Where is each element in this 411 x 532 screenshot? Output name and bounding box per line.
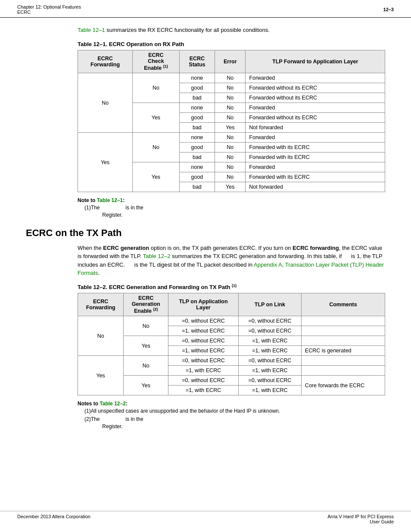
- check-yes-1: Yes: [133, 103, 179, 133]
- table1-header-status: ECRCStatus: [179, 50, 215, 73]
- page-footer: December 2013 Altera Corporation Arria V…: [0, 511, 411, 524]
- table1-header-tlp: TLP Forward to Application Layer: [246, 50, 385, 73]
- header-page-number: 12–3: [383, 7, 394, 12]
- table1-caption: Table 12–1. ECRC Operation on RX Path: [78, 41, 385, 47]
- note-item-1: (1) All unspecified cases are unsupporte…: [78, 408, 385, 415]
- table2-header-forwarding: ECRCForwarding: [78, 293, 124, 316]
- forwarding-no: No: [78, 73, 133, 133]
- table2-header-comments: Comments: [301, 293, 385, 316]
- t2-forwarding-yes: Yes: [78, 356, 124, 395]
- table1-header-check: ECRCCheckEnable (1): [133, 50, 179, 73]
- footer-document-info: Arria V Hard IP for PCI Express User Gui…: [327, 514, 394, 524]
- table2-header-link: TLP on Link: [238, 293, 301, 316]
- section-heading: ECRC on the TX Path: [26, 227, 385, 239]
- table-row: No No none No Forwarded: [78, 73, 385, 83]
- forwarding-yes: Yes: [78, 133, 133, 192]
- page: Chapter 12: Optional Features ECRC 12–3 …: [0, 0, 411, 532]
- footer-date-company: December 2013 Altera Corporation: [17, 514, 90, 524]
- table1-notes: Note to Table 12–1: (1) The is in the Re…: [78, 197, 385, 219]
- note-item: (1) The is in the Register.: [78, 204, 385, 219]
- t2-gen-yes-2: Yes: [124, 376, 168, 395]
- table2-note-link[interactable]: Table 12–2: [100, 401, 125, 407]
- table1-header-forwarding: ECRCForwarding: [78, 50, 133, 73]
- body-paragraph: When the ECRC generation option is on, t…: [78, 244, 385, 277]
- t2-comment-core: Core forwards the ECRC: [301, 376, 385, 395]
- table2-header-gen: ECRCGenerationEnable (2): [124, 293, 168, 316]
- check-no-1: No: [133, 73, 179, 103]
- table2-header-app: TLP on ApplicationLayer: [168, 293, 239, 316]
- table1: ECRCForwarding ECRCCheckEnable (1) ECRCS…: [78, 50, 385, 192]
- t2-forwarding-no: No: [78, 316, 124, 356]
- t2-gen-yes-1: Yes: [124, 336, 168, 356]
- table2-caption: Table 12–2. ECRC Generation and Forwardi…: [78, 283, 385, 290]
- table-row: No No =0, without ECRC =0, without ECRC: [78, 316, 385, 326]
- table-row: Yes =0, without ECRC =0, without ECRC Co…: [78, 376, 385, 386]
- table-12-2-link[interactable]: Table 12–2: [143, 253, 171, 259]
- table-row: Yes =0, without ECRC =1, with ECRC: [78, 336, 385, 346]
- check-yes-2: Yes: [133, 162, 179, 192]
- table1-note-link[interactable]: Table 12–1: [97, 197, 123, 203]
- table1-header-error: Error: [215, 50, 246, 73]
- table2: ECRCForwarding ECRCGenerationEnable (2) …: [78, 293, 385, 395]
- header-chapter: Chapter 12: Optional Features ECRC: [17, 4, 81, 15]
- page-header: Chapter 12: Optional Features ECRC 12–3: [0, 0, 411, 18]
- table-row: Yes No none No Forwarded: [78, 133, 385, 143]
- note-item-2: (2) The is in the Register.: [78, 416, 385, 430]
- intro-paragraph: Table 12–1 summarizes the RX ECRC functi…: [78, 26, 385, 34]
- table-12-1-link[interactable]: Table 12–1: [78, 27, 105, 33]
- t2-gen-no-2: No: [124, 356, 168, 376]
- check-no-2: No: [133, 133, 179, 162]
- appendix-a-link[interactable]: Appendix A, Transaction Layer Packet (TL…: [78, 261, 384, 277]
- t2-gen-no-1: No: [124, 316, 168, 336]
- table-row: Yes No =0, without ECRC =0, without ECRC: [78, 356, 385, 366]
- table2-notes: Notes to Table 12–2: (1) All unspecified…: [78, 401, 385, 430]
- main-content: Table 12–1 summarizes the RX ECRC functi…: [0, 18, 411, 446]
